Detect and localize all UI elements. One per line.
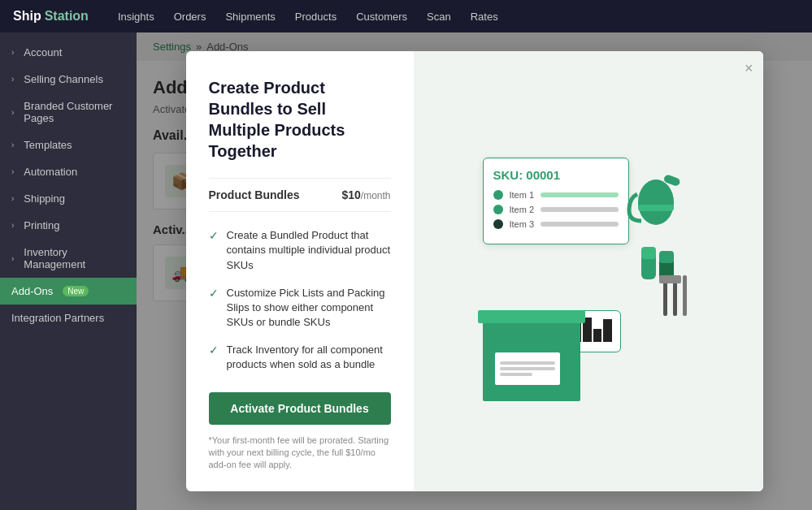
sku-item-3: Item 3 [493, 219, 619, 229]
feature-text-2: Customize Pick Lists and Packing Slips t… [227, 286, 391, 331]
sidebar-item-automation[interactable]: › Automation [0, 158, 137, 185]
sku-bar-1 [541, 192, 618, 197]
barcode-line [593, 329, 602, 342]
barcode-line [603, 319, 612, 342]
content-area: Settings » Add-Ons Add-Ons Activate... A… [137, 32, 812, 510]
feature-item-2: ✓ Customize Pick Lists and Packing Slips… [209, 286, 391, 331]
nav-shipments[interactable]: Shipments [225, 11, 275, 23]
chevron-right-icon: › [11, 221, 14, 230]
box-label-line [500, 361, 555, 365]
modal-title: Create Product Bundles to Sell Multiple … [209, 77, 391, 162]
svg-rect-11 [669, 275, 681, 283]
top-navigation: ShipStation Insights Orders Shipments Pr… [0, 0, 812, 32]
chevron-right-icon: › [11, 140, 14, 149]
watering-can-icon [625, 158, 686, 247]
modal-product-name: Product Bundles [209, 188, 300, 201]
checkmark-icon-2: ✓ [209, 287, 219, 300]
sidebar-item-label: Branded Customer Pages [24, 100, 125, 124]
sidebar-item-label: Integration Partners [11, 312, 104, 324]
sku-card: SKU: 00001 Item 1 Item 2 [483, 158, 629, 244]
logo-station: Station [45, 9, 89, 24]
checkmark-icon-1: ✓ [209, 229, 219, 242]
modal-disclaimer: *Your first-month fee will be prorated. … [209, 434, 391, 472]
svg-point-0 [638, 179, 674, 225]
product-bundles-modal: × Create Product Bundles to Sell Multipl… [186, 51, 763, 491]
box-label-line [500, 373, 533, 376]
svg-rect-6 [659, 251, 674, 263]
box-label-line [500, 367, 555, 370]
activate-product-bundles-button[interactable]: Activate Product Bundles [209, 392, 391, 425]
sidebar-item-inventory-management[interactable]: › Inventory Management [0, 239, 137, 278]
sku-label-2: Item 2 [510, 205, 535, 214]
feature-text-3: Track Inventory for all component produc… [227, 343, 391, 372]
sku-item-2: Item 2 [493, 205, 619, 214]
sidebar-item-printing[interactable]: › Printing [0, 212, 137, 239]
svg-rect-4 [641, 247, 656, 259]
chevron-right-icon: › [11, 254, 14, 263]
chevron-right-icon: › [11, 167, 14, 176]
sidebar: › Account › Selling Channels › Branded C… [0, 32, 137, 510]
feature-item-1: ✓ Create a Bundled Product that contains… [209, 228, 391, 273]
chevron-right-icon: › [11, 108, 14, 117]
svg-rect-2 [638, 205, 674, 211]
feature-list: ✓ Create a Bundled Product that contains… [209, 228, 391, 373]
sidebar-item-selling-channels[interactable]: › Selling Channels [0, 66, 137, 93]
chevron-right-icon: › [11, 75, 14, 84]
modal-left-panel: × Create Product Bundles to Sell Multipl… [186, 51, 414, 491]
nav-products[interactable]: Products [295, 11, 337, 23]
nav-rates[interactable]: Rates [471, 11, 498, 23]
product-bundle-illustration: SKU: 00001 Item 1 Item 2 [475, 141, 702, 401]
sku-dot-3 [493, 219, 503, 229]
checkmark-icon-3: ✓ [209, 344, 219, 357]
sidebar-item-label: Selling Channels [24, 73, 103, 85]
modal-price-row: Product Bundles $10/month [209, 178, 391, 212]
nav-orders[interactable]: Orders [174, 11, 206, 23]
sidebar-item-label: Account [24, 46, 62, 58]
sku-item-1: Item 1 [493, 190, 619, 200]
feature-text-1: Create a Bundled Product that contains m… [227, 228, 391, 273]
modal-price: $10/month [341, 188, 390, 201]
sku-bar-3 [541, 222, 618, 227]
sidebar-item-shipping[interactable]: › Shipping [0, 185, 137, 212]
main-layout: › Account › Selling Channels › Branded C… [0, 32, 812, 510]
sku-dot-1 [493, 190, 503, 200]
nav-customers[interactable]: Customers [356, 11, 407, 23]
sku-label-1: Item 1 [510, 190, 535, 200]
modal-right-panel: SKU: 00001 Item 1 Item 2 [414, 51, 763, 491]
modal-overlay[interactable]: × Create Product Bundles to Sell Multipl… [137, 32, 812, 510]
sidebar-item-templates[interactable]: › Templates [0, 132, 137, 158]
sidebar-item-label: Add-Ons [11, 285, 53, 297]
sku-header: SKU: 00001 [493, 168, 619, 182]
sku-dot-2 [493, 205, 503, 214]
tools-icon [655, 271, 696, 320]
app-logo: ShipStation [13, 9, 89, 24]
sidebar-item-add-ons[interactable]: Add-Ons New [0, 278, 137, 305]
sidebar-item-account[interactable]: › Account [0, 39, 137, 66]
sidebar-item-label: Printing [24, 219, 59, 231]
sku-label-3: Item 3 [510, 219, 535, 229]
new-badge: New [63, 286, 89, 296]
sidebar-item-label: Automation [24, 166, 77, 178]
box-label [495, 352, 560, 385]
sidebar-item-label: Templates [24, 139, 72, 151]
feature-item-3: ✓ Track Inventory for all component prod… [209, 343, 391, 372]
sidebar-item-branded-customer-pages[interactable]: › Branded Customer Pages [0, 93, 137, 132]
chevron-right-icon: › [11, 48, 14, 57]
price-period: /month [361, 190, 391, 201]
price-amount: $10 [341, 188, 360, 201]
box-lid [478, 310, 585, 323]
svg-rect-9 [683, 275, 687, 316]
sidebar-item-integration-partners[interactable]: Integration Partners [0, 305, 137, 331]
chevron-right-icon: › [11, 194, 14, 203]
sidebar-item-label: Inventory Management [24, 246, 125, 270]
sidebar-item-label: Shipping [24, 192, 65, 205]
sku-bar-2 [541, 207, 618, 212]
logo-ship: Ship [13, 9, 41, 24]
nav-insights[interactable]: Insights [118, 11, 154, 23]
modal-close-button[interactable]: × [745, 61, 753, 76]
nav-scan[interactable]: Scan [427, 11, 451, 23]
